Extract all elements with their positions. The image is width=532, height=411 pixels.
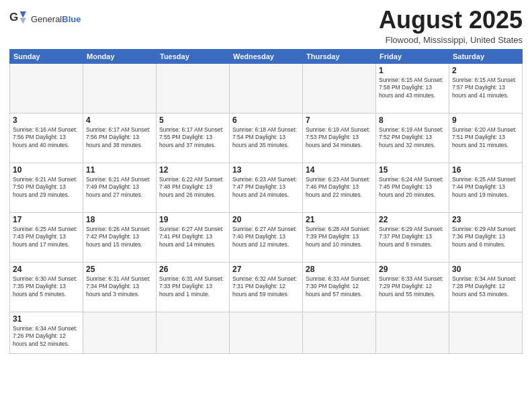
day-info: Sunrise: 6:15 AM Sunset: 7:57 PM Dayligh… [452, 77, 519, 101]
day-number: 19 [159, 215, 226, 224]
calendar-cell: 16Sunrise: 6:25 AM Sunset: 7:44 PM Dayli… [449, 163, 523, 212]
day-info: Sunrise: 6:21 AM Sunset: 7:49 PM Dayligh… [86, 176, 153, 200]
day-number: 26 [159, 265, 226, 274]
day-info: Sunrise: 6:23 AM Sunset: 7:46 PM Dayligh… [306, 176, 373, 200]
title-area: August 2025 Flowood, Mississippi, United… [379, 7, 523, 45]
day-number: 5 [159, 116, 226, 125]
calendar-cell: 9Sunrise: 6:20 AM Sunset: 7:51 PM Daylig… [449, 113, 523, 163]
calendar-cell: 10Sunrise: 6:21 AM Sunset: 7:50 PM Dayli… [10, 163, 83, 212]
col-monday: Monday [83, 49, 157, 63]
day-number: 21 [306, 215, 373, 224]
header-area: G GeneralBlue August 2025 Flowood, Missi… [9, 7, 523, 45]
calendar-week-row: 1Sunrise: 6:15 AM Sunset: 7:58 PM Daylig… [10, 63, 523, 113]
calendar-cell: 1Sunrise: 6:15 AM Sunset: 7:58 PM Daylig… [376, 63, 449, 113]
day-number: 27 [232, 265, 300, 274]
col-saturday: Saturday [449, 49, 523, 63]
calendar-cell [230, 312, 303, 353]
calendar-cell: 27Sunrise: 6:32 AM Sunset: 7:31 PM Dayli… [230, 262, 303, 312]
day-info: Sunrise: 6:19 AM Sunset: 7:53 PM Dayligh… [306, 126, 373, 150]
calendar-cell [230, 63, 303, 113]
calendar-cell: 19Sunrise: 6:27 AM Sunset: 7:41 PM Dayli… [157, 212, 230, 262]
calendar-cell [303, 63, 376, 113]
day-info: Sunrise: 6:33 AM Sunset: 7:30 PM Dayligh… [306, 275, 373, 300]
calendar-cell: 11Sunrise: 6:21 AM Sunset: 7:49 PM Dayli… [83, 163, 157, 212]
day-info: Sunrise: 6:28 AM Sunset: 7:39 PM Dayligh… [306, 226, 373, 250]
calendar-cell [376, 312, 449, 353]
calendar-cell: 7Sunrise: 6:19 AM Sunset: 7:53 PM Daylig… [303, 113, 376, 163]
day-info: Sunrise: 6:29 AM Sunset: 7:36 PM Dayligh… [452, 226, 519, 250]
day-info: Sunrise: 6:23 AM Sunset: 7:47 PM Dayligh… [232, 176, 300, 200]
day-number: 2 [452, 66, 519, 75]
logo: G GeneralBlue [9, 9, 81, 28]
day-number: 25 [86, 265, 153, 274]
day-number: 13 [232, 165, 300, 175]
calendar-cell: 4Sunrise: 6:17 AM Sunset: 7:56 PM Daylig… [83, 113, 157, 163]
day-number: 8 [379, 116, 446, 125]
day-info: Sunrise: 6:27 AM Sunset: 7:40 PM Dayligh… [232, 226, 300, 250]
generalblue-logo-icon: G [9, 9, 28, 28]
calendar-table: Sunday Monday Tuesday Wednesday Thursday… [9, 49, 523, 354]
calendar-week-row: 3Sunrise: 6:16 AM Sunset: 7:56 PM Daylig… [10, 113, 523, 163]
col-thursday: Thursday [303, 49, 376, 63]
calendar-cell: 25Sunrise: 6:31 AM Sunset: 7:34 PM Dayli… [83, 262, 157, 312]
day-info: Sunrise: 6:30 AM Sunset: 7:35 PM Dayligh… [13, 275, 80, 300]
day-number: 3 [13, 116, 80, 125]
calendar-cell [157, 63, 230, 113]
calendar-cell: 26Sunrise: 6:31 AM Sunset: 7:33 PM Dayli… [157, 262, 230, 312]
subtitle: Flowood, Mississippi, United States [379, 35, 523, 45]
calendar-cell [10, 63, 83, 113]
day-number: 7 [306, 116, 373, 125]
main-title: August 2025 [379, 7, 523, 34]
day-info: Sunrise: 6:29 AM Sunset: 7:37 PM Dayligh… [379, 226, 446, 250]
day-info: Sunrise: 6:25 AM Sunset: 7:44 PM Dayligh… [452, 176, 519, 200]
day-info: Sunrise: 6:31 AM Sunset: 7:34 PM Dayligh… [86, 275, 153, 300]
calendar-cell: 12Sunrise: 6:22 AM Sunset: 7:48 PM Dayli… [157, 163, 230, 212]
calendar-cell: 22Sunrise: 6:29 AM Sunset: 7:37 PM Dayli… [376, 212, 449, 262]
calendar-cell: 3Sunrise: 6:16 AM Sunset: 7:56 PM Daylig… [10, 113, 83, 163]
calendar-cell: 13Sunrise: 6:23 AM Sunset: 7:47 PM Dayli… [230, 163, 303, 212]
svg-marker-2 [20, 17, 26, 24]
calendar-cell: 24Sunrise: 6:30 AM Sunset: 7:35 PM Dayli… [10, 262, 83, 312]
day-number: 10 [13, 165, 80, 175]
day-info: Sunrise: 6:15 AM Sunset: 7:58 PM Dayligh… [379, 77, 446, 101]
calendar-cell: 15Sunrise: 6:24 AM Sunset: 7:45 PM Dayli… [376, 163, 449, 212]
calendar-cell: 23Sunrise: 6:29 AM Sunset: 7:36 PM Dayli… [449, 212, 523, 262]
calendar-cell: 30Sunrise: 6:34 AM Sunset: 7:28 PM Dayli… [449, 262, 523, 312]
day-number: 22 [379, 215, 446, 224]
logo-text: GeneralBlue [31, 14, 81, 24]
calendar-week-row: 31Sunrise: 6:34 AM Sunset: 7:26 PM Dayli… [10, 312, 523, 353]
day-number: 1 [379, 66, 446, 75]
calendar-cell: 31Sunrise: 6:34 AM Sunset: 7:26 PM Dayli… [10, 312, 83, 353]
day-number: 20 [232, 215, 300, 224]
day-number: 24 [13, 265, 80, 274]
calendar-cell: 17Sunrise: 6:25 AM Sunset: 7:43 PM Dayli… [10, 212, 83, 262]
day-number: 23 [452, 215, 519, 224]
day-number: 14 [306, 165, 373, 175]
calendar-header-row: Sunday Monday Tuesday Wednesday Thursday… [10, 49, 523, 63]
day-number: 9 [452, 116, 519, 125]
calendar-cell: 5Sunrise: 6:17 AM Sunset: 7:55 PM Daylig… [157, 113, 230, 163]
calendar-cell: 6Sunrise: 6:18 AM Sunset: 7:54 PM Daylig… [230, 113, 303, 163]
svg-text:G: G [9, 11, 18, 24]
calendar-cell: 21Sunrise: 6:28 AM Sunset: 7:39 PM Dayli… [303, 212, 376, 262]
col-friday: Friday [376, 49, 449, 63]
day-info: Sunrise: 6:26 AM Sunset: 7:42 PM Dayligh… [86, 226, 153, 250]
svg-marker-1 [20, 11, 26, 17]
calendar-cell: 28Sunrise: 6:33 AM Sunset: 7:30 PM Dayli… [303, 262, 376, 312]
col-tuesday: Tuesday [157, 49, 230, 63]
day-number: 4 [86, 116, 153, 125]
calendar-cell [303, 312, 376, 353]
day-info: Sunrise: 6:21 AM Sunset: 7:50 PM Dayligh… [13, 176, 80, 200]
calendar-cell [83, 63, 157, 113]
day-info: Sunrise: 6:31 AM Sunset: 7:33 PM Dayligh… [159, 275, 226, 300]
day-info: Sunrise: 6:19 AM Sunset: 7:52 PM Dayligh… [379, 126, 446, 150]
day-info: Sunrise: 6:33 AM Sunset: 7:29 PM Dayligh… [379, 275, 446, 300]
col-wednesday: Wednesday [230, 49, 303, 63]
calendar-cell: 18Sunrise: 6:26 AM Sunset: 7:42 PM Dayli… [83, 212, 157, 262]
calendar-cell: 14Sunrise: 6:23 AM Sunset: 7:46 PM Dayli… [303, 163, 376, 212]
page: G GeneralBlue August 2025 Flowood, Missi… [0, 0, 532, 411]
day-info: Sunrise: 6:22 AM Sunset: 7:48 PM Dayligh… [159, 176, 226, 200]
day-number: 18 [86, 215, 153, 224]
day-info: Sunrise: 6:27 AM Sunset: 7:41 PM Dayligh… [159, 226, 226, 250]
day-number: 16 [452, 165, 519, 175]
